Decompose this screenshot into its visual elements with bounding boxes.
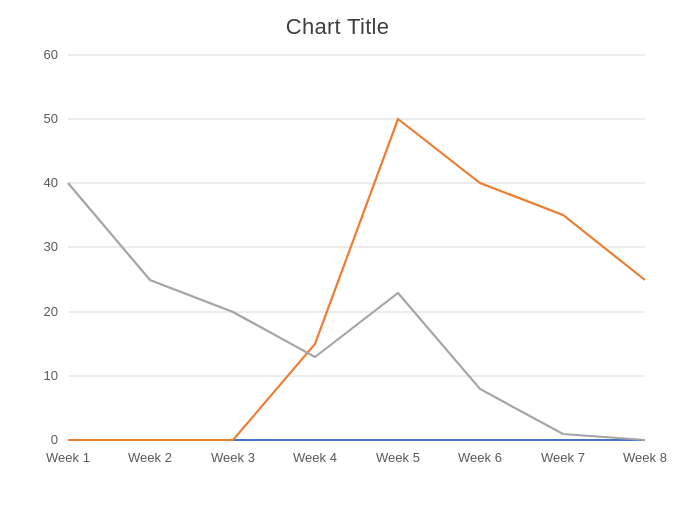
svg-text:20: 20 <box>44 304 58 319</box>
svg-text:50: 50 <box>44 111 58 126</box>
svg-text:0: 0 <box>51 432 58 447</box>
svg-text:10: 10 <box>44 368 58 383</box>
svg-text:Week 1: Week 1 <box>46 450 90 465</box>
chart-svg: 60 50 40 30 20 10 0 Week 1 Week 2 Week 3… <box>0 0 675 506</box>
svg-text:40: 40 <box>44 175 58 190</box>
svg-text:Week 6: Week 6 <box>458 450 502 465</box>
series-orange <box>68 119 645 440</box>
svg-text:Week 3: Week 3 <box>211 450 255 465</box>
svg-text:Week 8: Week 8 <box>623 450 667 465</box>
svg-text:Week 2: Week 2 <box>128 450 172 465</box>
chart-container: Chart Title 60 50 40 30 20 10 0 Week 1 W… <box>0 0 675 506</box>
svg-text:30: 30 <box>44 239 58 254</box>
svg-text:60: 60 <box>44 47 58 62</box>
svg-text:Week 5: Week 5 <box>376 450 420 465</box>
svg-text:Week 4: Week 4 <box>293 450 337 465</box>
svg-text:Week 7: Week 7 <box>541 450 585 465</box>
